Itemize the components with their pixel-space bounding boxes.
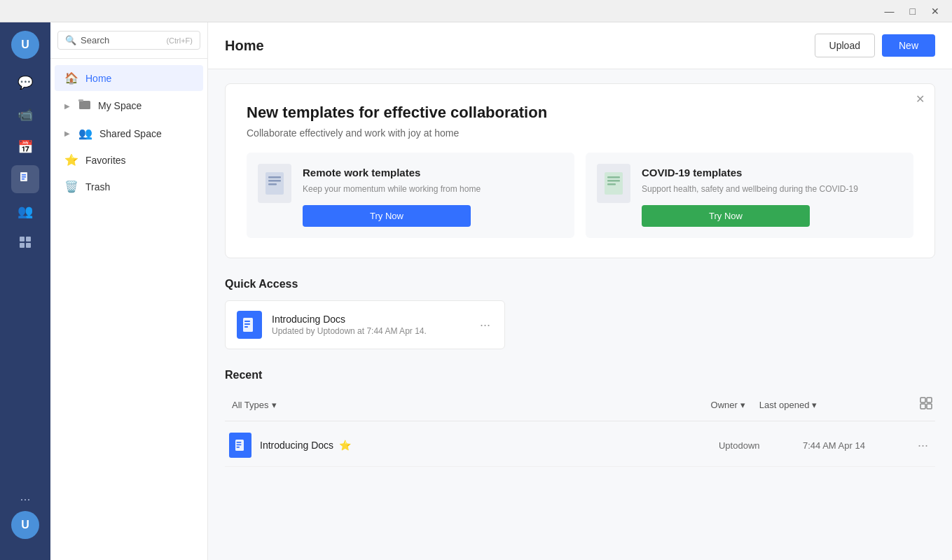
banner-close-button[interactable]: ✕ <box>916 92 925 106</box>
owner-chevron-icon: ▾ <box>740 400 745 410</box>
grid-view-button[interactable] <box>917 394 935 415</box>
filter-owner[interactable]: Owner ▾ <box>704 397 752 413</box>
sidebar-item-favorites[interactable]: ⭐ Favorites <box>55 147 203 173</box>
svg-rect-1 <box>22 174 26 176</box>
shared-space-icon: 👥 <box>78 127 92 140</box>
svg-rect-13 <box>268 180 281 182</box>
user-avatar-top[interactable]: U <box>11 31 39 59</box>
template-desc-remote: Keep your momentum while working from ho… <box>303 183 560 195</box>
svg-rect-5 <box>26 237 31 241</box>
filter-last-opened[interactable]: Last opened ▾ <box>752 397 825 413</box>
sidebar-item-calendar[interactable]: 📅 <box>11 133 39 161</box>
last-opened-chevron-icon: ▾ <box>812 400 817 410</box>
sidebar-item-people[interactable]: 👥 <box>11 197 39 225</box>
svg-rect-10 <box>78 99 83 102</box>
try-now-button-covid[interactable]: Try Now <box>642 205 810 227</box>
doc-meta-quick: Updated by Uptodown at 7:44 AM Apr 14. <box>272 326 467 336</box>
doc-name-quick: Introducing Docs <box>272 314 467 325</box>
window-chrome: — □ ✕ <box>0 0 952 22</box>
svg-rect-17 <box>607 180 620 182</box>
recent-header: Recent <box>225 369 935 382</box>
recent-doc-name: Introducing Docs ⭐ <box>260 440 719 451</box>
svg-rect-28 <box>237 442 242 443</box>
svg-rect-2 <box>22 176 26 178</box>
all-types-label: All Types <box>232 400 269 410</box>
sidebar-item-apps[interactable] <box>11 230 39 258</box>
svg-rect-6 <box>20 243 25 248</box>
quick-access-more-button[interactable]: ··· <box>477 315 493 335</box>
filter-all-types[interactable]: All Types ▾ <box>225 397 284 413</box>
recent-more-button[interactable]: ··· <box>915 435 931 456</box>
template-card-covid: COVID-19 templates Support health, safet… <box>586 153 913 238</box>
svg-rect-14 <box>268 183 277 186</box>
close-button[interactable]: ✕ <box>927 4 944 18</box>
more-icon[interactable]: ··· <box>20 492 30 507</box>
chevron-down-icon: ▾ <box>272 400 277 410</box>
svg-rect-21 <box>244 323 250 325</box>
video-icon: 📹 <box>18 107 33 122</box>
trash-icon: 🗑️ <box>64 180 78 193</box>
search-label: Search <box>81 35 162 46</box>
svg-rect-7 <box>26 243 31 248</box>
main-body: ✕ New templates for effective collaborat… <box>208 69 952 560</box>
sidebar-item-my-space[interactable]: ▶ My Space <box>55 92 203 120</box>
sidebar-item-chat[interactable]: 💬 <box>11 69 39 97</box>
calendar-icon: 📅 <box>18 139 33 155</box>
sidebar-item-docs[interactable] <box>11 165 39 193</box>
page-title: Home <box>225 38 264 54</box>
search-icon: 🔍 <box>65 35 76 46</box>
table-row[interactable]: Introducing Docs ⭐ Uptodown 7:44 AM Apr … <box>225 424 935 467</box>
recent-title: Recent <box>225 369 262 382</box>
sidebar-item-trash[interactable]: 🗑️ Trash <box>55 174 203 200</box>
sidebar-item-home[interactable]: 🏠 Home <box>55 65 203 91</box>
header-actions: Upload New <box>815 34 935 57</box>
recent-filters: All Types ▾ Owner ▾ Last opened ▾ <box>225 388 935 421</box>
svg-rect-3 <box>22 178 25 180</box>
banner-subtitle: Collaborate effectively and work with jo… <box>247 127 913 139</box>
template-cards: Remote work templates Keep your momentum… <box>247 153 913 238</box>
user-avatar-bottom[interactable]: U <box>11 511 39 539</box>
template-title-covid: COVID-19 templates <box>642 167 899 178</box>
svg-rect-26 <box>927 404 932 409</box>
star-icon: ⭐ <box>339 440 351 451</box>
try-now-button-remote[interactable]: Try Now <box>303 205 471 227</box>
sidebar-nav-label-trash: Trash <box>85 181 193 192</box>
template-title-remote: Remote work templates <box>303 167 560 178</box>
sidebar-nav-label-shared-space: Shared Space <box>99 128 193 139</box>
docs-icon <box>18 171 32 188</box>
svg-rect-18 <box>607 183 616 186</box>
quick-access-card[interactable]: Introducing Docs Updated by Uptodown at … <box>225 300 505 349</box>
search-shortcut: (Ctrl+F) <box>166 36 193 45</box>
template-card-remote: Remote work templates Keep your momentum… <box>247 153 574 238</box>
upload-button[interactable]: Upload <box>815 34 875 57</box>
sidebar-nav-label-my-space: My Space <box>98 100 193 111</box>
doc-info-quick: Introducing Docs Updated by Uptodown at … <box>272 314 467 336</box>
svg-rect-24 <box>927 398 932 402</box>
sidebar-item-shared-space[interactable]: ▶ 👥 Shared Space <box>55 120 203 146</box>
apps-icon <box>19 236 32 252</box>
svg-rect-16 <box>607 176 620 178</box>
minimize-button[interactable]: — <box>881 4 899 18</box>
svg-rect-20 <box>244 321 250 322</box>
search-box[interactable]: 🔍 Search (Ctrl+F) <box>57 31 200 50</box>
recent-doc-icon <box>229 433 251 458</box>
main-header: Home Upload New <box>208 22 952 69</box>
recent-owner: Uptodown <box>719 440 803 451</box>
recent-section: Recent All Types ▾ Owner ▾ Last opened ▾ <box>225 369 935 467</box>
my-space-icon <box>78 98 91 113</box>
svg-rect-25 <box>920 404 925 409</box>
doc-icon-quick <box>237 311 262 339</box>
new-button[interactable]: New <box>882 34 935 57</box>
svg-rect-23 <box>920 398 925 402</box>
people-icon: 👥 <box>18 204 33 219</box>
sidebar: 🔍 Search (Ctrl+F) 🏠 Home ▶ My Spa <box>50 22 208 560</box>
maximize-button[interactable]: □ <box>906 4 920 18</box>
template-icon-remote <box>258 164 291 203</box>
icon-bar-bottom: ··· U <box>11 492 39 552</box>
sidebar-nav-label-home: Home <box>85 73 193 84</box>
owner-label: Owner <box>711 400 738 410</box>
sidebar-item-video[interactable]: 📹 <box>11 101 39 129</box>
sidebar-nav: 🏠 Home ▶ My Space ▶ 👥 Shared Space <box>50 59 207 560</box>
template-icon-covid <box>597 164 630 203</box>
chevron-right-icon-2: ▶ <box>64 130 70 137</box>
